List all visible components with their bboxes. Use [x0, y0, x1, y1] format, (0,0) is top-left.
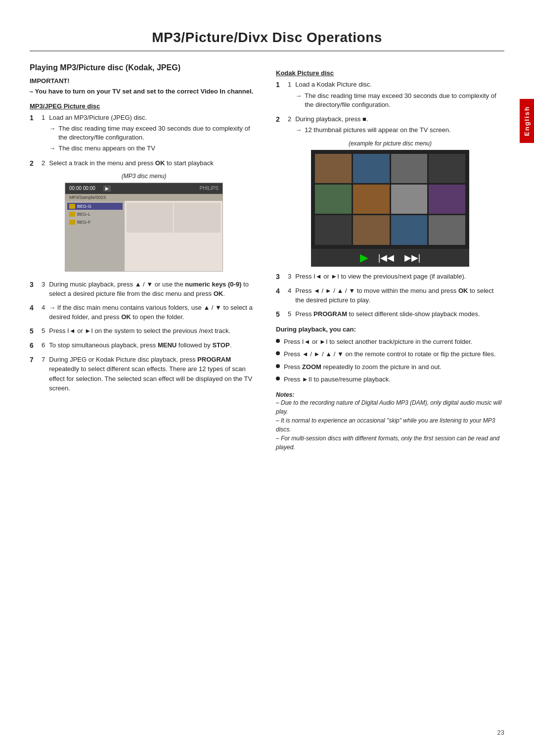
pic-cell-5 [315, 185, 352, 214]
kodak-steps-list-2: 3 Press I◄ or ►I to view the previous/ne… [276, 272, 504, 320]
left-step-6: 6 To stop simultaneous playback, press M… [30, 340, 258, 351]
left-steps-list: 1 Load an MP3/Picture (JPEG) disc. → The… [30, 113, 258, 169]
kodak-step-2: 2 During playback, press ■. → 12 thumbna… [276, 114, 504, 136]
pic-cell-8 [429, 185, 465, 214]
pic-cell-10 [353, 215, 390, 244]
step-number: 4 [42, 303, 45, 322]
step-content: Load an MP3/Picture (JPEG) disc. → The d… [49, 113, 258, 154]
disc-menu-sidebar: BEG-G BEG-L BEG-F [65, 201, 125, 271]
disc-menu-topbar: 00:00 00:00 ▶ PHILIPS [65, 183, 222, 194]
content-panel-1 [127, 203, 173, 233]
pic-cell-1 [315, 154, 352, 183]
bullet-item-4: Press ►II to pause/resume playback. [276, 375, 504, 384]
pic-cell-9 [315, 215, 352, 244]
folder-icon-2 [69, 212, 75, 217]
topbar-icon: ▶ [103, 186, 111, 191]
arrow-item: → The disc reading time may exceed 30 se… [295, 92, 504, 109]
pic-disc-container: ▶ |◀◀ ▶▶| [311, 150, 469, 267]
mp3-disc-menu-image: 00:00 00:00 ▶ PHILIPS MP3/Sample/0023 BE… [65, 183, 223, 272]
ok-bold: OK [155, 159, 165, 167]
kodak-step-3: 3 Press I◄ or ►I to view the previous/ne… [276, 272, 504, 282]
play-button[interactable]: ▶ [360, 251, 368, 264]
pic-disc-image [311, 150, 469, 249]
mp3-caption: (MP3 disc menu) [30, 173, 258, 180]
folder-icon-3 [69, 220, 75, 225]
left-step-2: 2 Select a track in the menu and press O… [30, 158, 258, 169]
page-number: 23 [497, 729, 504, 736]
folder-item-3: BEG-F [67, 219, 123, 226]
content-panel-2 [174, 203, 221, 233]
kodak-step-4: 4 Press ◄ / ► / ▲ / ▼ to move within the… [276, 286, 504, 305]
kodak-heading: Kodak Picture disc [276, 69, 504, 77]
notes-item-2: – It is normal to experience an occasion… [276, 416, 504, 434]
right-column: Kodak Picture disc 1 Load a Kodak Pictur… [276, 63, 504, 452]
left-steps-list-2: 3 During music playback, press ▲ / ▼ or … [30, 280, 258, 393]
bullet-text-2: Press ◄ / ► / ▲ / ▼ on the remote contro… [284, 349, 496, 359]
step-number: 6 [42, 340, 45, 351]
kodak-step-1: 1 Load a Kodak Picture disc. → The disc … [276, 80, 504, 110]
bullet-text: Press I◄ or ►I to select another track/p… [284, 337, 472, 347]
arrow-text-2: The disc menu appears on the TV [58, 144, 155, 153]
menu-bold: MENU [158, 341, 177, 349]
step-content: Press I◄ or ►I to view the previous/next… [295, 272, 504, 282]
step-content: Select a track in the menu and press OK … [49, 158, 258, 169]
bullet-text-3: Press ZOOM repeatedly to zoom the pictur… [284, 362, 442, 372]
bullet-dot-2 [276, 351, 280, 355]
ok-bold: OK [214, 290, 223, 297]
bullet-item-1: Press I◄ or ►I to select another track/p… [276, 337, 504, 347]
bullet-item-2: Press ◄ / ► / ▲ / ▼ on the remote contro… [276, 349, 504, 359]
pic-cell-11 [391, 215, 428, 244]
pic-cell-2 [353, 154, 390, 183]
program-bold: PROGRAM [197, 356, 231, 363]
step-number: 2 [42, 158, 45, 169]
stop-bold: STOP [212, 341, 229, 349]
left-section-heading: Playing MP3/Picture disc (Kodak, JPEG) [30, 63, 258, 72]
pic-cell-6 [353, 185, 390, 214]
folder-item-selected: BEG-G [67, 203, 123, 210]
next-button[interactable]: ▶▶| [404, 252, 421, 263]
left-step-1: 1 Load an MP3/Picture (JPEG) disc. → The… [30, 113, 258, 154]
step-content: During music playback, press ▲ / ▼ or us… [49, 280, 258, 299]
bullet-dot-4 [276, 377, 280, 380]
arrow-text: The disc reading time may exceed 30 seco… [58, 124, 258, 142]
ok-bold-2: OK [121, 313, 131, 321]
prev-button[interactable]: |◀◀ [378, 252, 395, 263]
arrow-icon: → [49, 124, 55, 142]
step-content: During JPEG or Kodak Picture disc playba… [49, 355, 258, 393]
arrow-icon-2: → [49, 144, 55, 153]
step-number: 1 [42, 113, 45, 154]
disc-menu-body: BEG-G BEG-L BEG-F [65, 201, 222, 271]
pic-cell-7 [391, 185, 428, 214]
step-number: 1 [288, 80, 291, 110]
step-content: → If the disc main menu contains various… [49, 303, 258, 322]
arrow-text: 12 thumbnail pictures will appear on the… [305, 126, 450, 135]
zoom-bold: ZOOM [302, 363, 321, 371]
during-playback-bullets: Press I◄ or ►I to select another track/p… [276, 337, 504, 384]
notes-label: Notes: [276, 391, 504, 398]
disc-menu-content [125, 201, 222, 271]
kodak-steps-list: 1 Load a Kodak Picture disc. → The disc … [276, 80, 504, 136]
pic-cell-12 [429, 215, 465, 244]
topbar-right: PHILIPS [200, 186, 219, 191]
notes-item-1: – Due to the recording nature of Digital… [276, 398, 504, 416]
pic-grid [311, 150, 469, 249]
pic-caption: (example for picture disc menu) [276, 140, 504, 147]
ok-bold: OK [458, 287, 468, 294]
pic-cell-3 [391, 154, 428, 183]
english-tab: English [520, 99, 534, 143]
disc-path-bar: MP3/Sample/0023 [65, 194, 222, 201]
arrow-text: The disc reading time may exceed 30 seco… [305, 92, 504, 109]
step-text: Load an MP3/Picture (JPEG) disc. [49, 114, 147, 121]
mp3-jpeg-heading: MP3/JPEG Picture disc [30, 102, 258, 110]
left-step-7: 7 During JPEG or Kodak Picture disc play… [30, 355, 258, 393]
left-step-3: 3 During music playback, press ▲ / ▼ or … [30, 280, 258, 299]
bullet-dot [276, 339, 280, 343]
pic-cell-4 [429, 154, 465, 183]
folder-name-2: BEG-L [77, 212, 90, 217]
step-text: During playback, press ■. [295, 115, 368, 123]
folder-name-3: BEG-F [77, 220, 91, 225]
step-text: Load a Kodak Picture disc. [295, 81, 372, 88]
during-playback-heading: During playback, you can: [276, 326, 504, 333]
bullet-item-3: Press ZOOM repeatedly to zoom the pictur… [276, 362, 504, 372]
step-content: Press PROGRAM to select different slide-… [295, 309, 504, 320]
